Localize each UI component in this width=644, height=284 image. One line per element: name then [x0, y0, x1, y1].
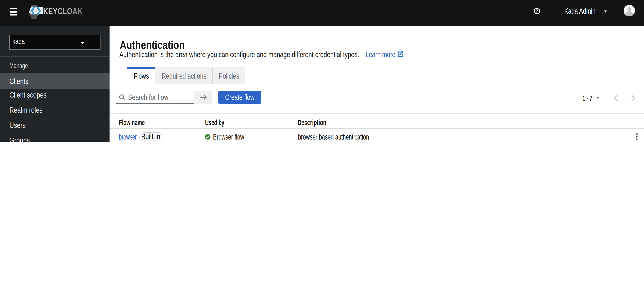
svg-text:?: ? [536, 9, 538, 14]
svg-text:KEYCLOAK: KEYCLOAK [43, 6, 82, 16]
